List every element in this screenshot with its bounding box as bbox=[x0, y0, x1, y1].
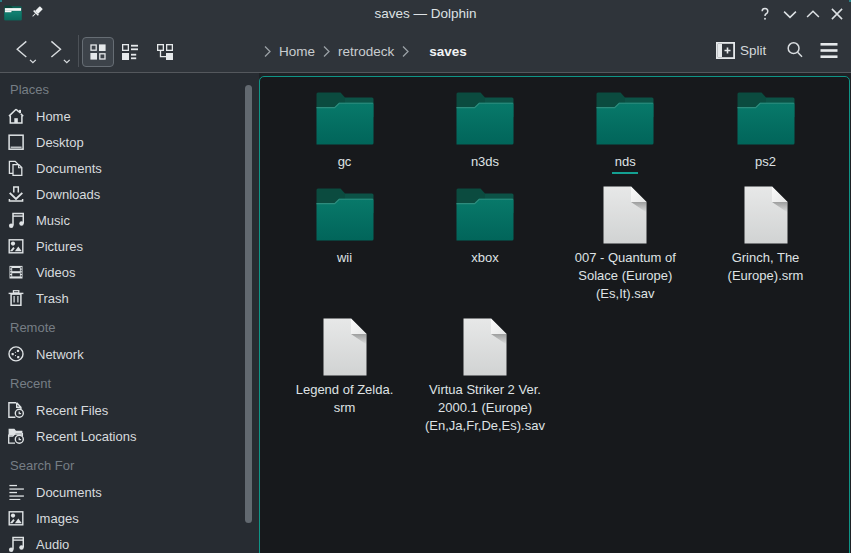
tree-view-icon bbox=[157, 44, 173, 60]
sidebar-item-label: Desktop bbox=[36, 135, 84, 150]
sidebar-item-videos[interactable]: Videos bbox=[0, 259, 259, 285]
item-label: Virtua Striker 2 Ver.2000.1 (Europe)(En,… bbox=[417, 381, 553, 435]
sidebar-item-label: Documents bbox=[36, 161, 102, 176]
documents-icon bbox=[8, 160, 24, 176]
home-icon bbox=[8, 108, 24, 124]
item-label: gc bbox=[277, 153, 413, 171]
window-title: saves — Dolphin bbox=[0, 0, 851, 28]
section-header-places: Places bbox=[0, 77, 259, 103]
sidebar-item-label: Audio bbox=[36, 537, 69, 552]
sidebar-item-recent-files[interactable]: Recent Files bbox=[0, 397, 259, 423]
trash-icon bbox=[8, 290, 24, 306]
sidebar-item-label: Trash bbox=[36, 291, 69, 306]
sidebar-item-audio[interactable]: Audio bbox=[0, 531, 259, 553]
file-icon bbox=[734, 183, 798, 251]
icons-view-button[interactable] bbox=[82, 37, 114, 67]
search-icon bbox=[785, 40, 805, 60]
file-icon bbox=[313, 315, 377, 383]
hamburger-menu-icon bbox=[820, 42, 838, 59]
help-button[interactable] bbox=[753, 2, 777, 26]
maximize-button[interactable] bbox=[801, 2, 825, 26]
section-header-recent: Recent bbox=[0, 371, 259, 397]
downloads-icon bbox=[8, 186, 24, 202]
item-label: Legend of Zelda.srm bbox=[277, 381, 413, 417]
sidebar-item-trash[interactable]: Trash bbox=[0, 285, 259, 311]
file-icon bbox=[593, 183, 657, 251]
details-view-icon bbox=[122, 44, 138, 60]
chevron-right-icon[interactable] bbox=[263, 45, 272, 58]
tree-view-button[interactable] bbox=[149, 37, 181, 67]
icons-view-icon bbox=[90, 44, 106, 60]
folder-view[interactable]: gc n3ds nds ps2 bbox=[259, 76, 850, 553]
forward-button[interactable] bbox=[40, 35, 74, 65]
split-button[interactable]: Split bbox=[716, 34, 766, 66]
recent-locations-icon bbox=[8, 428, 24, 444]
sidebar-item-images[interactable]: Images bbox=[0, 505, 259, 531]
sidebar-item-label: Recent Files bbox=[36, 403, 108, 418]
folder-icon bbox=[593, 87, 657, 155]
sidebar-item-label: Documents bbox=[36, 485, 102, 500]
sidebar-item-documents[interactable]: Documents bbox=[0, 479, 259, 505]
item-label: wii bbox=[277, 249, 413, 267]
toolbar-separator bbox=[78, 35, 79, 67]
folder-icon bbox=[313, 87, 377, 155]
sidebar-item-desktop[interactable]: Desktop bbox=[0, 129, 259, 155]
sidebar-item-label: Pictures bbox=[36, 239, 83, 254]
item-label: 007 - Quantum ofSolace (Europe)(Es,It).s… bbox=[557, 249, 693, 303]
sidebar-item-label: Images bbox=[36, 511, 79, 526]
sidebar-item-documents[interactable]: Documents bbox=[0, 155, 259, 181]
recent-files-icon bbox=[8, 402, 24, 418]
section-header-remote: Remote bbox=[0, 315, 259, 341]
item-label: ps2 bbox=[698, 153, 834, 171]
back-button[interactable] bbox=[7, 35, 41, 65]
music-icon bbox=[8, 212, 24, 228]
sidebar-item-downloads[interactable]: Downloads bbox=[0, 181, 259, 207]
toolbar: Home retrodeck saves Split bbox=[0, 28, 851, 72]
breadcrumb-saves[interactable]: saves bbox=[429, 44, 467, 59]
desktop-icon bbox=[8, 134, 24, 150]
sidebar-item-network[interactable]: Network bbox=[0, 341, 259, 367]
pictures-icon bbox=[8, 238, 24, 254]
breadcrumb-retrodeck[interactable]: retrodeck bbox=[338, 44, 394, 59]
item-label: n3ds bbox=[417, 153, 553, 171]
item-label: nds bbox=[557, 153, 693, 171]
folder-icon bbox=[453, 183, 517, 251]
sidebar-item-label: Music bbox=[36, 213, 70, 228]
breadcrumb: Home retrodeck saves bbox=[256, 30, 467, 74]
file-icon bbox=[453, 315, 517, 383]
content-area: PlacesHomeDesktopDocumentsDownloadsMusic… bbox=[0, 73, 851, 553]
item-label: Grinch, The(Europe).srm bbox=[698, 249, 834, 285]
titlebar: saves — Dolphin bbox=[0, 0, 851, 28]
dolphin-window: saves — Dolphin bbox=[0, 0, 851, 553]
minimize-button[interactable] bbox=[778, 2, 802, 26]
sidebar-item-label: Recent Locations bbox=[36, 429, 136, 444]
item-label: xbox bbox=[417, 249, 553, 267]
folder-icon bbox=[453, 87, 517, 155]
split-button-label: Split bbox=[740, 43, 766, 58]
chevron-right-icon bbox=[322, 45, 331, 58]
close-button[interactable] bbox=[825, 2, 849, 26]
breadcrumb-home[interactable]: Home bbox=[279, 44, 315, 59]
network-icon bbox=[8, 346, 24, 362]
split-view-icon bbox=[716, 42, 735, 59]
sidebar-item-music[interactable]: Music bbox=[0, 207, 259, 233]
menu-button[interactable] bbox=[813, 34, 845, 66]
sidebar-item-label: Videos bbox=[36, 265, 76, 280]
sidebar-item-home[interactable]: Home bbox=[0, 103, 259, 129]
chevron-right-icon bbox=[401, 45, 410, 58]
sidebar-item-recent-locations[interactable]: Recent Locations bbox=[0, 423, 259, 449]
search-documents-icon bbox=[8, 484, 24, 500]
focus-underline bbox=[612, 172, 638, 174]
details-view-button[interactable] bbox=[114, 37, 146, 67]
sidebar-scrollbar[interactable] bbox=[245, 85, 252, 523]
search-images-icon bbox=[8, 510, 24, 526]
videos-icon bbox=[8, 264, 24, 280]
search-audio-icon bbox=[8, 536, 24, 552]
section-header-search-for: Search For bbox=[0, 453, 259, 479]
sidebar-item-label: Home bbox=[36, 109, 71, 124]
search-button[interactable] bbox=[779, 34, 811, 66]
sidebar-item-pictures[interactable]: Pictures bbox=[0, 233, 259, 259]
folder-icon bbox=[313, 183, 377, 251]
sidebar-item-label: Network bbox=[36, 347, 84, 362]
sidebar-item-label: Downloads bbox=[36, 187, 100, 202]
